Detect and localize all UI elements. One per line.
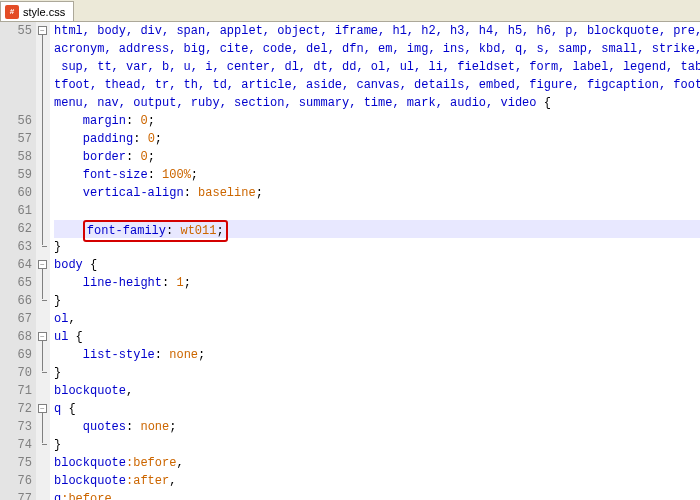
- file-tab[interactable]: # style.css: [0, 1, 74, 21]
- code-line[interactable]: blockquote:before,: [54, 454, 700, 472]
- code-line[interactable]: blockquote,: [54, 382, 700, 400]
- code-line[interactable]: menu, nav, output, ruby, section, summar…: [54, 94, 700, 112]
- code-line[interactable]: [54, 202, 700, 220]
- code-line[interactable]: }: [54, 364, 700, 382]
- tab-filename: style.css: [23, 6, 65, 18]
- code-line[interactable]: q {: [54, 400, 700, 418]
- code-line[interactable]: tfoot, thead, tr, th, td, article, aside…: [54, 76, 700, 94]
- line-number-gutter: 5556575859606162636465666768697071727374…: [0, 22, 36, 500]
- code-area[interactable]: html, body, div, span, applet, object, i…: [50, 22, 700, 500]
- tab-bar: # style.css: [0, 0, 700, 22]
- code-line[interactable]: ul {: [54, 328, 700, 346]
- code-line[interactable]: border: 0;: [54, 148, 700, 166]
- code-line[interactable]: ol,: [54, 310, 700, 328]
- code-line[interactable]: padding: 0;: [54, 130, 700, 148]
- code-line[interactable]: list-style: none;: [54, 346, 700, 364]
- code-line[interactable]: margin: 0;: [54, 112, 700, 130]
- fold-toggle-icon[interactable]: −: [38, 332, 47, 341]
- code-line[interactable]: line-height: 1;: [54, 274, 700, 292]
- fold-toggle-icon[interactable]: −: [38, 260, 47, 269]
- code-line[interactable]: }: [54, 292, 700, 310]
- code-line[interactable]: vertical-align: baseline;: [54, 184, 700, 202]
- code-line[interactable]: html, body, div, span, applet, object, i…: [54, 22, 700, 40]
- code-line[interactable]: acronym, address, big, cite, code, del, …: [54, 40, 700, 58]
- code-line[interactable]: q:before,: [54, 490, 700, 500]
- highlighted-line[interactable]: font-family: wt011;: [54, 220, 700, 238]
- fold-toggle-icon[interactable]: −: [38, 26, 47, 35]
- code-line[interactable]: blockquote:after,: [54, 472, 700, 490]
- code-line[interactable]: sup, tt, var, b, u, i, center, dl, dt, d…: [54, 58, 700, 76]
- code-line[interactable]: quotes: none;: [54, 418, 700, 436]
- fold-column: −−−−−: [36, 22, 50, 500]
- code-editor[interactable]: 5556575859606162636465666768697071727374…: [0, 22, 700, 500]
- code-line[interactable]: body {: [54, 256, 700, 274]
- code-line[interactable]: }: [54, 436, 700, 454]
- code-line[interactable]: font-size: 100%;: [54, 166, 700, 184]
- css-file-icon: #: [5, 5, 19, 19]
- highlight-box: font-family: wt011;: [83, 220, 228, 242]
- fold-toggle-icon[interactable]: −: [38, 404, 47, 413]
